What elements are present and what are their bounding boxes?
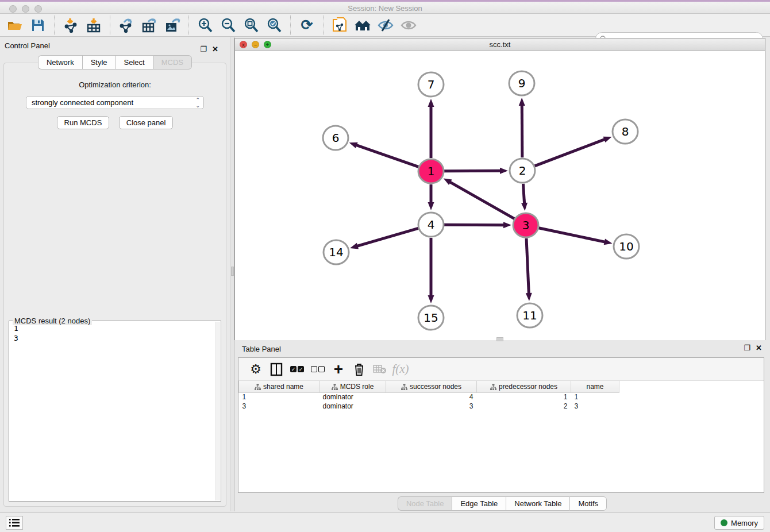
zoom-out-icon (221, 18, 236, 33)
table-row[interactable]: 3dominator323 (239, 402, 762, 411)
import-table-button[interactable] (82, 16, 105, 35)
control-panel: Control Panel ❐ ✕ NetworkStyleSelectMCDS… (0, 37, 230, 511)
open-session-button[interactable] (3, 16, 26, 35)
graph-edge-arrowhead (428, 99, 434, 107)
graph-edge-3-10[interactable] (539, 228, 606, 242)
export-image-button[interactable] (161, 16, 184, 35)
memory-button[interactable]: Memory (714, 516, 764, 530)
gear-icon: ⚙ (250, 363, 261, 376)
table-panel-close-icon[interactable]: ✕ (756, 344, 762, 352)
table-cell[interactable]: dominator (319, 392, 386, 402)
mcds-result-box: MCDS result (2 nodes) 1 3 (9, 321, 221, 502)
column-header-successor-nodes[interactable]: successor nodes (386, 381, 477, 392)
node-table-box: ⚙ ✓✓ + (238, 357, 764, 493)
dropdown-value: strongly connected component (32, 98, 133, 107)
graph-edge-1-2[interactable] (444, 171, 501, 171)
graph-edge-4-14[interactable] (357, 228, 418, 246)
delete-column-button[interactable] (349, 360, 369, 379)
save-session-button[interactable] (26, 16, 49, 35)
graph-node-label: 9 (518, 76, 526, 90)
tab-mcds[interactable]: MCDS (153, 55, 192, 70)
tab-edge-table[interactable]: Edge Table (452, 496, 506, 511)
table-cell[interactable]: 2 (477, 402, 571, 411)
tab-select[interactable]: Select (116, 55, 153, 70)
table-panel-float-icon[interactable]: ❐ (744, 344, 750, 352)
graph-edge-2-8[interactable] (535, 139, 606, 166)
home-icon (353, 18, 372, 32)
graph-edge-3-1[interactable] (449, 182, 514, 218)
graph-edge-1-6[interactable] (356, 145, 418, 167)
table-cell[interactable]: 3 (239, 402, 319, 411)
graph-edge-4-3[interactable] (444, 225, 505, 225)
deselect-all-rows-button[interactable] (307, 360, 328, 379)
delete-table-button[interactable] (369, 360, 390, 379)
export-table-button[interactable] (138, 16, 161, 35)
function-builder-button[interactable]: f(x) (390, 360, 411, 379)
zoom-out-button[interactable] (217, 16, 240, 35)
close-panel-button[interactable]: Close panel (119, 116, 174, 129)
tab-node-table[interactable]: Node Table (398, 496, 452, 511)
zoom-fit-button[interactable] (240, 16, 263, 35)
trash-icon (353, 363, 365, 376)
tab-network-table[interactable]: Network Table (506, 496, 569, 511)
table-toolbar: ⚙ ✓✓ + (238, 358, 764, 381)
graph-node-label: 3 (522, 218, 530, 232)
refresh-view-button[interactable]: ⟳ (295, 16, 318, 35)
graph-edge-2-9[interactable] (522, 105, 522, 157)
table-cell[interactable]: 1 (571, 392, 619, 402)
home-button[interactable] (351, 16, 374, 35)
import-network-button[interactable] (59, 16, 82, 35)
toolbar-separator (323, 16, 324, 35)
column-visibility-button[interactable] (266, 360, 287, 379)
control-panel-close-icon[interactable]: ✕ (212, 45, 218, 53)
add-column-button[interactable]: + (328, 360, 349, 379)
window-title: Session: New Session (0, 4, 770, 13)
column-header-shared-name[interactable]: shared name (239, 381, 319, 392)
table-cell[interactable]: 1 (477, 392, 571, 402)
memory-status-icon (721, 519, 727, 526)
hide-graphics-button[interactable] (374, 16, 397, 35)
vertical-splitter[interactable] (230, 37, 234, 511)
splitter-grip[interactable] (231, 267, 234, 276)
tab-style[interactable]: Style (82, 55, 116, 70)
table-cell[interactable]: dominator (319, 402, 386, 411)
zoom-selected-icon (267, 18, 282, 33)
result-scrollbar[interactable] (215, 322, 220, 500)
table-cell[interactable]: 3 (386, 402, 477, 411)
network-from-selection-button[interactable] (328, 16, 351, 35)
graph-node-label: 6 (332, 131, 340, 145)
export-network-button[interactable] (115, 16, 138, 35)
tab-network[interactable]: Network (38, 55, 82, 70)
network-window-titlebar[interactable]: x – + scc.txt (235, 38, 765, 51)
optimization-criterion-select[interactable]: strongly connected component ⌃ ⌄ (26, 96, 204, 109)
task-history-button[interactable] (6, 516, 23, 530)
graph-edge-2-3[interactable] (523, 184, 524, 204)
checked-box-icon: ✓ (298, 366, 304, 372)
graph-edge-3-11[interactable] (526, 238, 529, 294)
table-row[interactable]: 1dominator411 (239, 392, 762, 402)
column-header-name[interactable]: name (571, 381, 619, 392)
chevron-updown-icon: ⌃ ⌄ (195, 97, 200, 109)
control-panel-title: Control Panel (5, 41, 50, 50)
table-cell[interactable]: 1 (239, 392, 319, 402)
network-canvas-svg[interactable]: 7968124314101511 (235, 51, 765, 340)
tab-motifs[interactable]: Motifs (569, 496, 607, 511)
table-settings-button[interactable]: ⚙ (245, 360, 266, 379)
run-mcds-button[interactable]: Run MCDS (57, 116, 110, 129)
mcds-result-text[interactable]: 1 3 (10, 323, 215, 500)
zoom-in-button[interactable] (194, 16, 217, 35)
column-header-MCDS-role[interactable]: MCDS role (319, 381, 386, 392)
network-resize-grip[interactable] (496, 337, 503, 341)
graph-edge-arrowhead (521, 203, 528, 211)
graph-node-label: 10 (619, 240, 633, 253)
show-graphics-button[interactable] (397, 16, 420, 35)
table-panel-title: Table Panel (242, 345, 281, 353)
control-panel-float-icon[interactable]: ❐ (200, 45, 207, 53)
zoom-selected-button[interactable] (263, 16, 286, 35)
graph-node-label: 14 (329, 245, 343, 259)
table-cell[interactable]: 3 (571, 402, 619, 411)
column-header-predecessor-nodes[interactable]: predecessor nodes (477, 381, 571, 392)
node-table[interactable]: shared nameMCDS rolesuccessor nodesprede… (238, 381, 764, 492)
table-cell[interactable]: 4 (386, 392, 477, 402)
select-all-rows-button[interactable]: ✓✓ (287, 360, 307, 379)
